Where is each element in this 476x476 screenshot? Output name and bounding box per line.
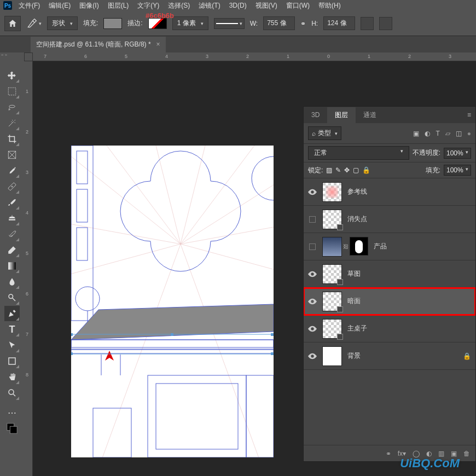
path-ops-button[interactable] bbox=[361, 17, 374, 30]
filter-smart-icon[interactable]: ◫ bbox=[456, 130, 462, 137]
eraser-tool[interactable] bbox=[4, 242, 20, 258]
link-icon[interactable]: ⛓ bbox=[343, 243, 349, 249]
healing-tool[interactable] bbox=[4, 179, 20, 194]
gradient-tool[interactable] bbox=[4, 258, 20, 274]
pen-tool[interactable] bbox=[4, 306, 20, 321]
menu-view[interactable]: 视图(V) bbox=[253, 0, 280, 11]
visibility-toggle[interactable] bbox=[308, 215, 317, 224]
opacity-input[interactable]: 100%▾ bbox=[444, 148, 471, 159]
menu-window[interactable]: 窗口(W) bbox=[284, 0, 312, 11]
path-select-tool[interactable] bbox=[4, 338, 20, 353]
menu-help[interactable]: 帮助(H) bbox=[316, 0, 343, 11]
layer-row[interactable]: ⛓ 产品 bbox=[304, 233, 475, 260]
layer-name[interactable]: 参考线 bbox=[347, 187, 367, 196]
menu-edit[interactable]: 编辑(E) bbox=[47, 0, 73, 11]
tool-mode-dropdown[interactable]: 形状▾ bbox=[47, 16, 78, 30]
menu-select[interactable]: 选择(S) bbox=[166, 0, 192, 11]
menu-layer[interactable]: 图层(L) bbox=[106, 0, 131, 11]
brush-tool[interactable] bbox=[4, 195, 20, 210]
visibility-toggle[interactable] bbox=[308, 352, 317, 361]
mask-thumb[interactable] bbox=[350, 237, 368, 256]
blend-mode-dropdown[interactable]: 正常▾ bbox=[308, 146, 409, 160]
clone-stamp-tool[interactable] bbox=[4, 211, 20, 226]
layer-row[interactable]: 主桌子 bbox=[304, 315, 475, 343]
lock-pixels-icon[interactable]: ✎ bbox=[335, 166, 341, 174]
layer-name[interactable]: 草图 bbox=[347, 269, 361, 278]
document-tab[interactable]: 空间搭建.psd @ 61.1% (暗面, RGB/8) * × bbox=[31, 37, 166, 53]
menu-3d[interactable]: 3D(D) bbox=[227, 1, 249, 10]
layer-row[interactable]: 消失点 bbox=[304, 206, 475, 233]
lock-artboard-icon[interactable]: ▢ bbox=[353, 166, 359, 174]
layer-name[interactable]: 背景 bbox=[347, 351, 361, 361]
pen-tool-indicator[interactable]: ▾ bbox=[26, 17, 42, 30]
filter-shape-icon[interactable]: ▱ bbox=[445, 130, 450, 137]
menu-image[interactable]: 图像(I) bbox=[77, 0, 101, 11]
stroke-width-input[interactable]: 1 像素▾ bbox=[172, 16, 208, 30]
link-layers-icon[interactable]: ⚭ bbox=[386, 450, 391, 457]
layer-thumb[interactable] bbox=[322, 319, 342, 339]
menu-type[interactable]: 文字(Y) bbox=[135, 0, 161, 11]
canvas[interactable] bbox=[71, 146, 274, 457]
magic-wand-tool[interactable] bbox=[4, 115, 20, 131]
marquee-tool[interactable] bbox=[4, 84, 20, 99]
blur-tool[interactable] bbox=[4, 274, 20, 289]
layer-row[interactable]: 背景 🔒 bbox=[304, 343, 475, 370]
filter-pixel-icon[interactable]: ▣ bbox=[413, 130, 419, 137]
delete-layer-icon[interactable]: 🗑 bbox=[463, 450, 470, 457]
width-input[interactable]: 755 像 bbox=[263, 16, 295, 30]
toolbar-handle-icon[interactable]: « » bbox=[1, 53, 7, 57]
lasso-tool[interactable] bbox=[4, 100, 20, 115]
menu-file[interactable]: 文件(F) bbox=[16, 0, 42, 11]
layer-thumb[interactable] bbox=[322, 292, 342, 311]
visibility-toggle[interactable] bbox=[308, 242, 317, 251]
panel-menu-icon[interactable]: ≡ bbox=[467, 111, 471, 119]
hand-tool[interactable] bbox=[4, 369, 20, 385]
menu-filter[interactable]: 滤镜(T) bbox=[196, 0, 222, 11]
home-button[interactable] bbox=[4, 16, 21, 31]
layer-name[interactable]: 消失点 bbox=[347, 214, 367, 224]
lock-all-icon[interactable]: 🔒 bbox=[362, 166, 370, 174]
visibility-toggle[interactable] bbox=[308, 297, 317, 306]
type-tool[interactable]: T bbox=[4, 322, 20, 337]
layer-row-selected[interactable]: 暗面 bbox=[304, 288, 475, 315]
path-align-button[interactable] bbox=[379, 17, 392, 30]
tab-layers[interactable]: 图层 bbox=[327, 107, 356, 123]
visibility-toggle[interactable] bbox=[308, 270, 317, 278]
dodge-tool[interactable] bbox=[4, 290, 20, 305]
frame-tool[interactable] bbox=[4, 147, 20, 162]
stroke-style-dropdown[interactable]: ▾ bbox=[214, 18, 245, 29]
layer-row[interactable]: 草图 bbox=[304, 260, 475, 288]
filter-type-icon[interactable]: T bbox=[436, 130, 439, 137]
filter-type-dropdown[interactable]: ⌕ 类型 ▾ bbox=[308, 126, 341, 140]
tab-channels[interactable]: 通道 bbox=[356, 107, 384, 123]
fill-opacity-input[interactable]: 100%▾ bbox=[444, 165, 471, 176]
fill-swatch[interactable] bbox=[103, 18, 122, 29]
height-input[interactable]: 124 像 bbox=[323, 16, 355, 30]
color-swatches[interactable] bbox=[4, 421, 20, 436]
layer-thumb[interactable] bbox=[322, 182, 342, 202]
filter-toggle-icon[interactable]: ● bbox=[467, 130, 471, 137]
layer-row[interactable]: 参考线 bbox=[304, 178, 475, 206]
layer-name[interactable]: 暗面 bbox=[347, 297, 361, 306]
layer-thumb[interactable] bbox=[322, 237, 342, 257]
eyedropper-tool[interactable] bbox=[4, 163, 20, 178]
close-tab-icon[interactable]: × bbox=[156, 40, 160, 48]
filter-adjust-icon[interactable]: ◐ bbox=[425, 130, 430, 137]
layer-thumb[interactable] bbox=[322, 346, 342, 366]
visibility-toggle[interactable] bbox=[308, 188, 317, 196]
move-tool[interactable] bbox=[4, 68, 20, 83]
layer-thumb[interactable] bbox=[322, 210, 342, 229]
layer-name[interactable]: 产品 bbox=[374, 242, 387, 251]
link-wh-icon[interactable]: ⚭ bbox=[300, 20, 306, 27]
crop-tool[interactable] bbox=[4, 131, 20, 147]
history-brush-tool[interactable] bbox=[4, 227, 20, 242]
edit-toolbar-icon[interactable]: ⋯ bbox=[4, 405, 20, 420]
lock-trans-icon[interactable]: ▨ bbox=[326, 166, 332, 174]
layer-thumb[interactable] bbox=[322, 264, 342, 284]
visibility-toggle[interactable] bbox=[308, 324, 317, 333]
shape-tool[interactable] bbox=[4, 353, 20, 369]
zoom-tool[interactable] bbox=[4, 385, 20, 400]
lock-position-icon[interactable]: ✥ bbox=[344, 166, 350, 174]
layer-name[interactable]: 主桌子 bbox=[347, 324, 367, 333]
tab-3d[interactable]: 3D bbox=[304, 108, 327, 122]
